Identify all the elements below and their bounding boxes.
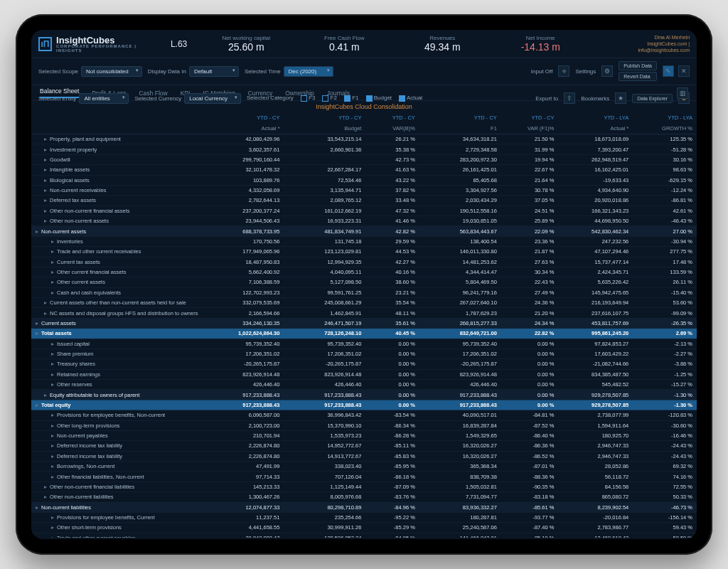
chevron-right-icon[interactable]: ▸ <box>51 248 57 255</box>
chart-icon[interactable]: ▥ <box>677 87 688 99</box>
explorer-button[interactable]: Data Explorer <box>632 94 673 103</box>
chevron-right-icon[interactable]: ▸ <box>44 299 50 306</box>
tab-ownership[interactable]: Ownership <box>285 90 314 97</box>
table-row[interactable]: ▸Current tax assets18,487,950.8312,994,9… <box>31 257 697 267</box>
gear-icon[interactable]: ⚙ <box>601 65 613 77</box>
table-row[interactable]: ▸Current assets334,246,130.35246,471,507… <box>31 318 697 328</box>
chevron-right-icon[interactable]: ▸ <box>51 289 57 296</box>
tab-journals[interactable]: Journals <box>327 90 350 97</box>
comment-icon[interactable]: ✎ <box>663 65 674 77</box>
chevron-right-icon[interactable]: ▸ <box>44 136 50 142</box>
chevron-right-icon[interactable]: ▸ <box>51 432 57 439</box>
table-row[interactable]: ▸Non-current assets688,378,733.95481,834… <box>31 226 697 236</box>
chevron-right-icon[interactable]: ▸ <box>44 484 50 490</box>
table-row[interactable]: ▸Total equity917,233,888.43917,233,888.4… <box>31 400 697 410</box>
chevron-right-icon[interactable]: ▸ <box>51 514 57 521</box>
chevron-right-icon[interactable]: ▸ <box>36 330 41 336</box>
table-row[interactable]: ▸Other long-term provisions2,100,723.001… <box>31 420 697 430</box>
table-row[interactable]: ▸Biological assets103,889.7672,534.4643.… <box>31 175 697 185</box>
chevron-right-icon[interactable]: ▸ <box>51 453 57 459</box>
chevron-right-icon[interactable]: ▸ <box>51 535 57 538</box>
category-checkbox[interactable]: Actual <box>399 95 422 101</box>
chevron-right-icon[interactable]: ▸ <box>51 381 57 388</box>
table-row[interactable]: ▸Treasury shares-20,265,175.87-20,265,17… <box>31 359 697 369</box>
table-row[interactable]: ▸Other current financial assets5,662,400… <box>31 267 697 277</box>
bookmark-icon[interactable]: ★ <box>615 92 626 104</box>
display-select[interactable]: Default <box>189 66 239 77</box>
table-row[interactable]: ▸Cash and cash equivalents122,702,993.23… <box>31 287 697 297</box>
table-row[interactable]: ▸Non-current receivables4,332,058.693,13… <box>31 185 697 195</box>
chevron-right-icon[interactable]: ▸ <box>44 218 50 224</box>
chevron-right-icon[interactable]: ▸ <box>51 371 57 378</box>
chevron-right-icon[interactable]: ▸ <box>44 187 50 193</box>
scope-select[interactable]: Not consolidated <box>81 66 142 77</box>
table-row[interactable]: ▸Deferred income tax liability2,226,874.… <box>31 441 697 451</box>
chevron-right-icon[interactable]: ▸ <box>51 351 57 357</box>
table-row[interactable]: ▸Other financial liabilities, Non-curren… <box>31 472 697 482</box>
chevron-right-icon[interactable]: ▸ <box>51 463 57 469</box>
chevron-right-icon[interactable]: ▸ <box>44 147 50 153</box>
chevron-right-icon[interactable]: ▸ <box>36 402 41 408</box>
table-row[interactable]: ▸Equity attributable to owners of parent… <box>31 390 697 400</box>
chevron-right-icon[interactable]: ▸ <box>51 412 57 418</box>
chevron-right-icon[interactable]: ▸ <box>51 474 57 480</box>
currency-select[interactable]: Local Currency <box>184 93 241 104</box>
entity-select[interactable]: All entities <box>79 93 129 104</box>
tab-cash-flow[interactable]: Cash Flow <box>139 90 167 97</box>
close-icon[interactable]: ✕ <box>678 65 690 77</box>
table-row[interactable]: ▸Trade and other current payables20,842,… <box>31 533 697 538</box>
chevron-right-icon[interactable]: ▸ <box>44 197 50 203</box>
col-header[interactable]: VAR (F1)% <box>501 123 559 134</box>
table-row[interactable]: ▸Other non-current liabilities1,300,467.… <box>31 492 697 502</box>
table-row[interactable]: ▸Investment property3,602,357.612,660,90… <box>31 144 697 154</box>
col-header[interactable]: VAR(B)% <box>365 123 419 134</box>
export-icon[interactable]: ⇪ <box>564 92 575 104</box>
col-header[interactable]: Actual * <box>202 123 284 134</box>
chevron-right-icon[interactable]: ▸ <box>51 238 57 245</box>
table-row[interactable]: ▸Inventories170,750.56131,745.1829.59 %1… <box>31 236 697 246</box>
table-row[interactable]: ▸Other non-current financial assets237,2… <box>31 206 697 216</box>
table-row[interactable]: ▸Property, plant and equipment42,080,429… <box>31 134 697 144</box>
chevron-right-icon[interactable]: ▸ <box>44 208 50 214</box>
table-row[interactable]: ▸Deferred income tax liability2,226,874.… <box>31 451 697 461</box>
chevron-right-icon[interactable]: ▸ <box>51 422 57 429</box>
chevron-right-icon[interactable]: ▸ <box>51 269 57 275</box>
table-row[interactable]: ▸Trade and other current receivables177,… <box>31 247 697 257</box>
table-row[interactable]: ▸Other current assets7,106,388.595,127,0… <box>31 277 697 287</box>
chevron-right-icon[interactable]: ▸ <box>51 361 57 367</box>
chevron-right-icon[interactable]: ▸ <box>44 392 50 398</box>
chevron-right-icon[interactable]: ▸ <box>51 259 57 265</box>
input-toggle-icon[interactable]: ⎆ <box>558 65 569 77</box>
table-row[interactable]: ▸Provisions for employee benefits, Curre… <box>31 512 697 522</box>
chevron-right-icon[interactable]: ▸ <box>44 494 50 500</box>
publish-button[interactable]: Publish Data <box>619 61 657 70</box>
chevron-right-icon[interactable]: ▸ <box>44 166 50 173</box>
time-select[interactable]: Dec (2020) <box>284 66 333 77</box>
col-header[interactable]: F1 <box>419 123 501 134</box>
table-row[interactable]: ▸Other non-current financial liabilities… <box>31 482 697 491</box>
table-row[interactable]: ▸Intangible assets32,101,478.3222,667,28… <box>31 165 697 175</box>
table-row[interactable]: ▸Current assets other than non-current a… <box>31 298 697 308</box>
chevron-right-icon[interactable]: ▸ <box>36 228 41 235</box>
chevron-right-icon[interactable]: ▸ <box>36 320 41 326</box>
chevron-right-icon[interactable]: ▸ <box>44 177 50 184</box>
table-row[interactable]: ▸Goodwill299,790,160.4442.73 %283,200,97… <box>31 154 697 164</box>
table-row[interactable]: ▸Provisions for employee benefits, Non-c… <box>31 410 697 420</box>
table-row[interactable]: ▸Other non-current assets23,944,506.4316… <box>31 216 697 226</box>
chevron-right-icon[interactable]: ▸ <box>44 156 50 163</box>
table-row[interactable]: ▸Non-current liabilities12,074,877.3380,… <box>31 502 697 512</box>
chevron-right-icon[interactable]: ▸ <box>51 524 57 531</box>
chevron-right-icon[interactable]: ▸ <box>51 279 57 285</box>
table-row[interactable]: ▸NC assets and disposal groups HFS and d… <box>31 308 697 318</box>
chevron-right-icon[interactable]: ▸ <box>51 341 57 347</box>
chevron-right-icon[interactable]: ▸ <box>44 310 50 317</box>
col-header[interactable]: Budget <box>284 123 365 134</box>
col-header[interactable]: GROWTH % <box>633 123 697 134</box>
tab-currency[interactable]: Currency <box>248 90 272 97</box>
table-row[interactable]: ▸Deferred tax assets2,782,644.132,089,76… <box>31 196 697 206</box>
data-grid[interactable]: YTD - CYYTD - CYYTD - CYYTD - CYYTD - CY… <box>31 112 697 538</box>
table-row[interactable]: ▸Retained earnings823,926,914.48823,926,… <box>31 369 697 379</box>
category-checkbox[interactable]: Budget <box>366 95 392 101</box>
chevron-right-icon[interactable]: ▸ <box>36 504 41 511</box>
col-header[interactable]: Actual * <box>558 123 633 134</box>
